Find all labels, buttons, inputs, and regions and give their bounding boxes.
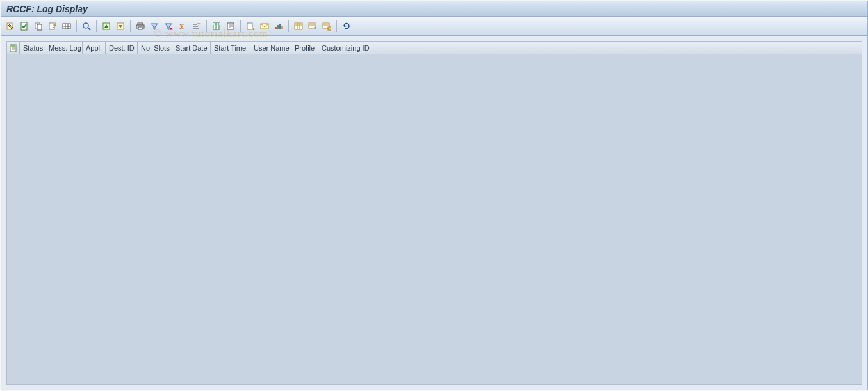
svg-rect-45 — [328, 27, 331, 30]
col-customizing-id[interactable]: Customizing ID — [318, 42, 372, 54]
svg-rect-3 — [37, 24, 42, 30]
grid-view-icon[interactable] — [60, 20, 73, 33]
layout-save-icon[interactable] — [320, 20, 333, 33]
content-area: Status Mess. Log Appl. Dest. ID No. Slot… — [1, 36, 867, 390]
filter-delete-icon[interactable] — [162, 20, 175, 33]
sum-icon[interactable]: Σ — [176, 20, 189, 33]
print-icon[interactable] — [134, 20, 147, 33]
local-file-icon[interactable] — [244, 20, 257, 33]
layout-select-icon[interactable] — [306, 20, 319, 33]
col-appl[interactable]: Appl. — [83, 42, 106, 54]
toolbar: Σ Σ — [1, 17, 867, 36]
svg-rect-33 — [275, 27, 277, 29]
svg-rect-37 — [295, 23, 302, 29]
toolbar-separator — [76, 20, 77, 32]
col-start-time[interactable]: Start Time — [211, 42, 250, 54]
app-window: RCCF: Log Display — [1, 1, 868, 390]
col-no-slots[interactable]: No. Slots — [138, 42, 172, 54]
refresh-icon[interactable] — [340, 20, 353, 33]
graphic-icon[interactable] — [272, 20, 285, 33]
title-bar: RCCF: Log Display — [1, 1, 867, 17]
copy-icon[interactable] — [32, 20, 45, 33]
col-user-name[interactable]: User Name — [250, 42, 291, 54]
toolbar-separator — [240, 20, 241, 32]
svg-rect-4 — [49, 23, 54, 29]
col-status[interactable]: Status — [20, 42, 45, 54]
col-dest-id[interactable]: Dest. ID — [106, 42, 138, 54]
col-mess-log[interactable]: Mess. Log — [45, 42, 83, 54]
grid-header-row: Status Mess. Log Appl. Dest. ID No. Slot… — [7, 42, 862, 54]
col-profile[interactable]: Profile — [291, 42, 318, 54]
svg-rect-35 — [279, 24, 281, 29]
col-start-date[interactable]: Start Date — [172, 42, 211, 54]
svg-text:Σ: Σ — [197, 22, 201, 28]
edit-icon[interactable] — [4, 20, 17, 33]
svg-line-10 — [88, 28, 90, 30]
log-grid: Status Mess. Log Appl. Dest. ID No. Slot… — [6, 41, 862, 385]
export-icon[interactable] — [46, 20, 59, 33]
svg-rect-41 — [309, 23, 315, 28]
grid-body — [7, 54, 862, 384]
filter-icon[interactable] — [148, 20, 161, 33]
layout-change-icon[interactable] — [292, 20, 305, 33]
subtotal-icon[interactable]: Σ — [190, 20, 203, 33]
sort-desc-icon[interactable] — [114, 20, 127, 33]
svg-rect-47 — [11, 45, 15, 47]
svg-point-9 — [83, 23, 88, 28]
toolbar-separator — [130, 20, 131, 32]
toolbar-separator — [206, 20, 207, 32]
svg-rect-34 — [277, 25, 279, 29]
svg-rect-15 — [138, 27, 142, 29]
window-title: RCCF: Log Display — [6, 4, 88, 14]
spreadsheet-icon[interactable] — [210, 20, 223, 33]
document-check-icon[interactable] — [18, 20, 31, 33]
toolbar-separator — [288, 20, 289, 32]
select-all-button[interactable] — [7, 42, 20, 54]
word-icon[interactable] — [224, 20, 237, 33]
toolbar-separator — [96, 20, 97, 32]
mail-icon[interactable] — [258, 20, 271, 33]
toolbar-separator — [336, 20, 337, 32]
svg-rect-36 — [281, 26, 283, 29]
sort-asc-icon[interactable] — [100, 20, 113, 33]
details-icon[interactable] — [80, 20, 93, 33]
svg-text:Σ: Σ — [179, 22, 184, 31]
